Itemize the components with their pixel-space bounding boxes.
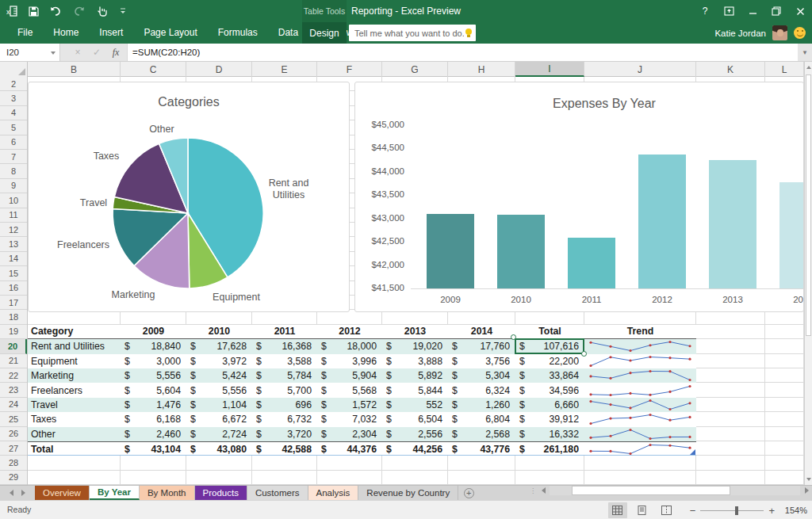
- column-header-B[interactable]: B: [28, 62, 121, 77]
- table-cell[interactable]: $3,756: [448, 354, 515, 368]
- table-cell[interactable]: $6,168: [121, 412, 186, 426]
- restore-button[interactable]: [764, 0, 788, 22]
- column-header-I[interactable]: I: [515, 62, 584, 77]
- table-cell[interactable]: $22,200: [515, 354, 584, 368]
- name-box[interactable]: I20: [0, 44, 60, 61]
- bar-2014[interactable]: [779, 182, 804, 288]
- table-cell[interactable]: $18,000: [317, 339, 382, 353]
- table-cell[interactable]: $1,104: [186, 398, 252, 412]
- selection-handle[interactable]: [581, 351, 587, 357]
- sheet-tab-overview[interactable]: Overview: [35, 486, 90, 500]
- table-cell[interactable]: 2009: [121, 325, 186, 338]
- horizontal-scroll-track[interactable]: [550, 486, 800, 495]
- row-header-10[interactable]: 10: [0, 193, 27, 208]
- row-header-7[interactable]: 7: [0, 150, 27, 164]
- table-cell[interactable]: Total: [515, 325, 584, 338]
- zoom-level[interactable]: 154%: [780, 506, 807, 515]
- table-cell[interactable]: $43,080: [186, 442, 252, 456]
- row-header-28[interactable]: 28: [0, 456, 27, 470]
- table-cell[interactable]: $2,304: [317, 427, 382, 441]
- tellme-box[interactable]: Tell me what you want to do...: [349, 25, 476, 41]
- row-header-16[interactable]: 16: [0, 281, 27, 296]
- close-button[interactable]: [788, 0, 812, 22]
- row-header-6[interactable]: 6: [0, 135, 27, 150]
- row-header-29[interactable]: 29: [0, 471, 27, 485]
- table-cell[interactable]: $18,840: [121, 339, 186, 353]
- table-cell[interactable]: $17,760: [448, 339, 515, 353]
- row-header-13[interactable]: 13: [0, 237, 27, 251]
- sheet-tab-revenue-by-country[interactable]: Revenue by Country: [358, 486, 458, 500]
- table-cell[interactable]: $6,804: [448, 412, 515, 426]
- prev-sheet-icon[interactable]: [10, 490, 13, 496]
- sheet-tab-analysis[interactable]: Analysis: [308, 486, 359, 500]
- bar-2011[interactable]: [568, 238, 615, 288]
- table-cell[interactable]: $16,368: [252, 339, 317, 353]
- column-header-H[interactable]: H: [448, 62, 515, 77]
- redo-icon[interactable]: [73, 6, 85, 16]
- row-header-26[interactable]: 26: [0, 427, 27, 441]
- table-cell[interactable]: $6,504: [382, 412, 448, 426]
- feedback-smiley-icon[interactable]: [794, 27, 806, 39]
- table-cell[interactable]: 2010: [186, 325, 252, 338]
- vertical-scrollbar[interactable]: [804, 62, 812, 485]
- row-header-8[interactable]: 8: [0, 164, 27, 178]
- table-cell[interactable]: $5,556: [121, 368, 186, 383]
- table-cell[interactable]: $5,568: [317, 383, 382, 397]
- trend-cell[interactable]: [584, 354, 696, 368]
- ribbon-display-options-icon[interactable]: [717, 0, 741, 22]
- table-cell[interactable]: $6,324: [448, 383, 515, 397]
- table-cell[interactable]: $1,260: [448, 398, 515, 412]
- grid-area[interactable]: Category200920102011201220132014TotalTre…: [28, 77, 804, 485]
- touch-mouse-mode-icon[interactable]: [96, 6, 109, 17]
- table-cell[interactable]: $5,700: [252, 383, 317, 397]
- user-name[interactable]: Katie Jordan: [714, 29, 766, 38]
- sheet-tab-products[interactable]: Products: [195, 486, 247, 500]
- bar-2009[interactable]: [427, 214, 474, 288]
- table-cell[interactable]: $3,996: [317, 354, 382, 368]
- table-cell[interactable]: Other: [28, 427, 121, 441]
- tab-design[interactable]: Design: [302, 22, 347, 44]
- formula-input[interactable]: =SUM(C20:H20): [127, 44, 798, 61]
- selected-cell-outline[interactable]: [515, 338, 584, 353]
- table-cell[interactable]: $3,000: [121, 354, 186, 368]
- horizontal-scrollbar[interactable]: ⋮: [530, 485, 812, 496]
- page-break-view-icon[interactable]: [657, 502, 676, 518]
- table-cell[interactable]: $261,180: [515, 442, 584, 456]
- table-cell[interactable]: $5,904: [317, 368, 382, 383]
- trend-cell[interactable]: [584, 383, 696, 397]
- column-header-C[interactable]: C: [121, 62, 186, 77]
- table-cell[interactable]: Marketing: [28, 368, 121, 383]
- scroll-left-icon[interactable]: [538, 487, 549, 494]
- table-cell[interactable]: $5,784: [252, 368, 317, 383]
- excel-app-icon[interactable]: x: [6, 6, 17, 17]
- row-header-25[interactable]: 25: [0, 412, 27, 426]
- row-header-9[interactable]: 9: [0, 179, 27, 193]
- sheet-tab-customers[interactable]: Customers: [247, 486, 308, 500]
- table-cell[interactable]: Category: [28, 325, 121, 338]
- next-sheet-icon[interactable]: [21, 490, 25, 496]
- table-cell[interactable]: 2011: [252, 325, 317, 338]
- table-cell[interactable]: $2,460: [121, 427, 186, 441]
- insert-function-icon[interactable]: fx: [106, 47, 125, 59]
- help-button[interactable]: ?: [693, 0, 717, 22]
- table-cell[interactable]: $7,032: [317, 412, 382, 426]
- column-header-G[interactable]: G: [382, 62, 448, 77]
- row-header-21[interactable]: 21: [0, 354, 27, 368]
- table-cell[interactable]: $696: [252, 398, 317, 412]
- zoom-out-icon[interactable]: −: [690, 506, 696, 516]
- table-cell[interactable]: $6,660: [515, 398, 584, 412]
- table-cell[interactable]: $34,596: [515, 383, 584, 397]
- column-header-K[interactable]: K: [696, 62, 765, 77]
- table-cell[interactable]: $17,628: [186, 339, 252, 353]
- row-header-12[interactable]: 12: [0, 223, 27, 237]
- table-cell[interactable]: $6,672: [186, 412, 252, 426]
- zoom-slider[interactable]: [700, 510, 764, 511]
- scroll-right-icon[interactable]: [801, 487, 812, 494]
- select-all-corner[interactable]: [0, 62, 28, 77]
- table-cell[interactable]: $43,776: [448, 442, 515, 456]
- row-header-18[interactable]: 18: [0, 310, 27, 324]
- table-cell[interactable]: Travel: [28, 398, 121, 412]
- table-cell[interactable]: Taxes: [28, 412, 121, 426]
- table-cell[interactable]: $43,104: [121, 442, 186, 456]
- minimize-button[interactable]: [741, 0, 764, 22]
